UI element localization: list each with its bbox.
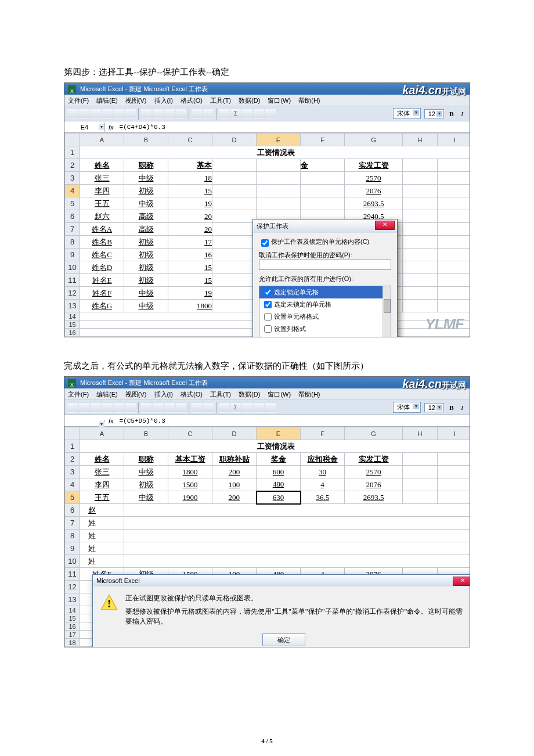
permissions-list[interactable]: 选定锁定单元格选定未锁定的单元格设置单元格格式设置列格式设置行格式插入列插入行插… <box>259 286 391 337</box>
row-header[interactable]: 1 <box>65 146 80 159</box>
preview-icon[interactable] <box>114 109 124 119</box>
menu-edit[interactable]: 编辑(E) <box>96 391 118 398</box>
col-header[interactable]: A <box>80 134 124 146</box>
undo-icon[interactable] <box>192 109 202 119</box>
paste-icon[interactable] <box>164 402 175 413</box>
preview-icon[interactable] <box>114 402 124 413</box>
col-header[interactable]: F <box>301 134 345 146</box>
open-icon[interactable] <box>79 109 89 119</box>
spelling-icon[interactable] <box>125 402 136 413</box>
menu-view[interactable]: 视图(V) <box>125 97 147 104</box>
row-header[interactable]: 12 <box>65 287 80 300</box>
row-header[interactable]: 6 <box>65 210 80 223</box>
row-header[interactable]: 3 <box>65 172 80 185</box>
permission-item[interactable]: 选定锁定单元格 <box>259 286 391 298</box>
sum-icon[interactable]: Σ <box>230 402 241 413</box>
name-box[interactable]: ▾ <box>64 420 105 422</box>
col-header[interactable]: A <box>80 427 124 440</box>
italic-button[interactable]: I <box>457 403 467 412</box>
hyperlink-icon[interactable] <box>219 109 229 119</box>
menu-file[interactable]: 文件(F) <box>68 97 89 104</box>
menu-edit[interactable]: 编辑(E) <box>96 97 118 104</box>
row-header[interactable]: 3 <box>65 466 80 478</box>
formula-text[interactable]: =(C4+D4)*0.3 <box>117 124 168 131</box>
bold-button[interactable]: B <box>447 109 456 118</box>
menu-help[interactable]: 帮助(H) <box>298 97 320 104</box>
formula-text[interactable]: =(C5+D5)*0.3 <box>117 417 168 424</box>
fx-icon[interactable]: fx <box>105 417 117 424</box>
menu-tools[interactable]: 工具(T) <box>210 97 231 104</box>
help-icon[interactable] <box>265 109 276 119</box>
permission-item[interactable]: 设置行格式 <box>259 335 391 337</box>
save-icon[interactable] <box>91 109 101 119</box>
redo-icon[interactable] <box>203 402 214 413</box>
font-size-dropdown[interactable]: 12▾ <box>424 403 444 412</box>
undo-icon[interactable] <box>192 402 202 413</box>
col-header[interactable]: H <box>403 427 438 440</box>
copy-icon[interactable] <box>153 402 163 413</box>
row-header[interactable]: 2 <box>65 453 80 466</box>
cut-icon[interactable] <box>141 109 151 119</box>
col-header[interactable]: E <box>257 427 301 440</box>
fx-icon[interactable]: fx <box>105 124 117 131</box>
sort-icon[interactable] <box>242 109 252 119</box>
row-header[interactable]: 5 <box>65 197 80 210</box>
help-icon[interactable] <box>265 402 276 413</box>
row-header[interactable]: 11 <box>65 274 80 287</box>
row-header[interactable]: 2 <box>65 159 80 172</box>
menu-file[interactable]: 文件(F) <box>68 391 89 398</box>
bold-button[interactable]: B <box>447 403 456 412</box>
protect-checkbox-row[interactable]: 保护工作表及锁定的单元格内容(C) <box>259 237 391 249</box>
col-header[interactable]: D <box>212 427 257 440</box>
protect-checkbox[interactable] <box>261 239 269 247</box>
sum-icon[interactable]: Σ <box>230 109 241 119</box>
font-size-dropdown[interactable]: 12▾ <box>424 109 444 118</box>
italic-button[interactable]: I <box>457 109 467 118</box>
sort-icon[interactable] <box>242 402 252 413</box>
menu-insert[interactable]: 插入(I) <box>154 391 173 398</box>
col-header[interactable]: H <box>403 134 438 146</box>
col-header[interactable]: B <box>124 134 168 146</box>
col-header[interactable]: I <box>438 427 470 440</box>
new-icon[interactable] <box>67 109 78 119</box>
scrollbar[interactable] <box>383 286 391 337</box>
menu-window[interactable]: 窗口(W) <box>268 391 291 398</box>
permission-item[interactable]: 选定未锁定的单元格 <box>259 298 391 311</box>
print-icon[interactable] <box>102 109 113 119</box>
menu-help[interactable]: 帮助(H) <box>298 391 320 398</box>
print-icon[interactable] <box>102 402 113 413</box>
row-header[interactable]: 13 <box>65 300 80 312</box>
chart-icon[interactable] <box>254 402 264 413</box>
select-all[interactable] <box>65 427 80 440</box>
format-painter-icon[interactable] <box>176 109 186 119</box>
close-icon[interactable]: ✕ <box>375 221 395 230</box>
font-name-dropdown[interactable]: 宋体▾ <box>393 108 421 119</box>
name-box[interactable]: E4▾ <box>64 123 105 132</box>
row-header[interactable]: 4 <box>65 478 80 491</box>
spelling-icon[interactable] <box>125 109 136 119</box>
row-header[interactable]: 1 <box>65 440 80 453</box>
col-header[interactable]: G <box>345 427 403 440</box>
menu-format[interactable]: 格式(O) <box>181 391 203 398</box>
row-header[interactable]: 4 <box>65 185 80 197</box>
ok-button[interactable]: 确定 <box>262 633 305 646</box>
menu-data[interactable]: 数据(D) <box>239 97 260 104</box>
row-header[interactable]: 10 <box>65 261 80 274</box>
menu-format[interactable]: 格式(O) <box>181 97 203 104</box>
menu-insert[interactable]: 插入(I) <box>154 97 173 104</box>
select-all[interactable] <box>65 134 80 146</box>
menu-view[interactable]: 视图(V) <box>125 391 147 398</box>
close-icon[interactable]: ✕ <box>453 577 470 586</box>
sheet-title[interactable]: 工资情况表 <box>80 440 470 453</box>
row-header[interactable]: 9 <box>65 249 80 261</box>
new-icon[interactable] <box>67 402 78 413</box>
format-painter-icon[interactable] <box>176 402 186 413</box>
row-header[interactable]: 7 <box>65 223 80 236</box>
row-header[interactable]: 13 <box>65 593 80 606</box>
cut-icon[interactable] <box>141 402 151 413</box>
save-icon[interactable] <box>91 402 101 413</box>
chart-icon[interactable] <box>254 109 264 119</box>
col-header[interactable]: C <box>168 427 212 440</box>
row-header[interactable]: 5 <box>65 491 80 504</box>
menu-tools[interactable]: 工具(T) <box>210 391 231 398</box>
